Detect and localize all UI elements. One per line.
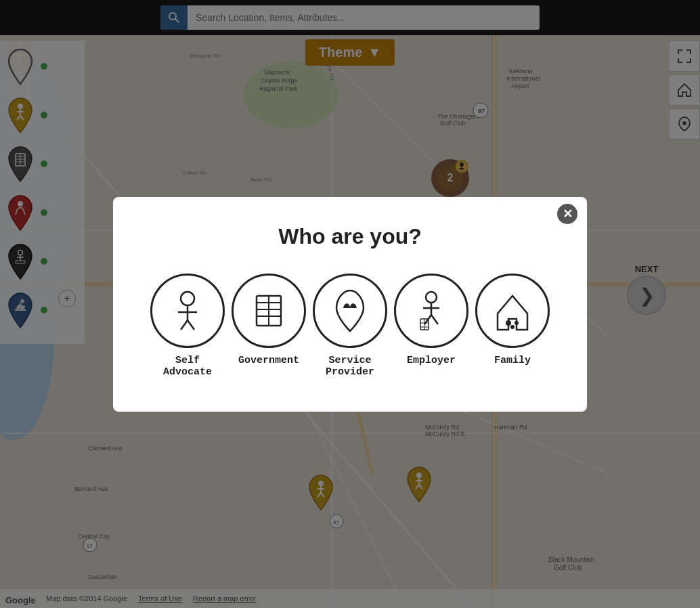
modal-title: Who are you? — [147, 224, 553, 249]
self-advocate-icon — [160, 284, 215, 338]
service-provider-label: Service Provider — [313, 355, 387, 378]
role-options: Self Advocate Government — [147, 274, 553, 378]
modal-overlay[interactable]: ✕ Who are you? Self Advocate — [0, 0, 700, 608]
employer-icon — [404, 284, 458, 338]
role-government[interactable]: Government — [232, 274, 306, 366]
self-advocate-icon-circle — [150, 274, 225, 348]
family-icon-circle — [475, 274, 550, 348]
employer-label: Employer — [407, 355, 456, 366]
role-family[interactable]: Family — [475, 274, 550, 366]
service-provider-icon-circle — [313, 274, 387, 348]
self-advocate-label: Self Advocate — [150, 355, 225, 378]
family-icon — [485, 284, 540, 338]
employer-icon-circle — [394, 274, 468, 348]
svg-point-111 — [506, 320, 511, 326]
svg-line-96 — [188, 320, 194, 330]
modal-close-button[interactable]: ✕ — [557, 204, 577, 224]
svg-point-92 — [181, 292, 194, 305]
government-icon — [242, 284, 296, 338]
svg-line-106 — [431, 315, 438, 324]
svg-point-102 — [426, 292, 437, 303]
role-employer[interactable]: Employer — [394, 274, 468, 366]
svg-line-95 — [181, 320, 188, 330]
family-label: Family — [494, 355, 531, 366]
role-service-provider[interactable]: Service Provider — [313, 274, 387, 378]
svg-point-112 — [515, 321, 519, 325]
service-provider-icon — [323, 284, 377, 338]
government-icon-circle — [232, 274, 306, 348]
svg-point-113 — [510, 325, 515, 329]
who-are-you-modal: ✕ Who are you? Self Advocate — [113, 197, 587, 412]
government-label: Government — [238, 355, 299, 366]
role-self-advocate[interactable]: Self Advocate — [150, 274, 225, 378]
